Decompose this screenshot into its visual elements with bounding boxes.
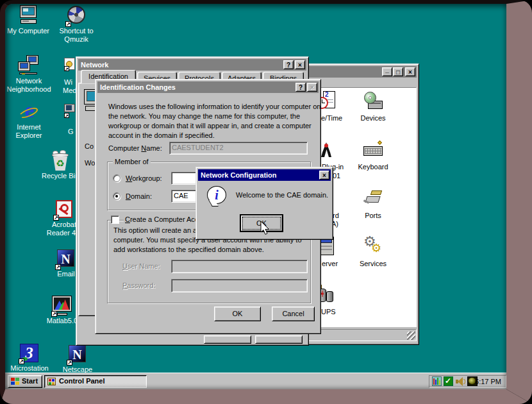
start-label: Start (22, 377, 38, 385)
services-label: Services (354, 260, 392, 267)
shortcut-arrow-icon: ↗ (19, 358, 24, 364)
icon-label: Neighborhood (6, 85, 51, 94)
devices-label: Devices (354, 114, 392, 122)
msgbox-title: Network Configuration (201, 171, 277, 179)
network-cancel-button-sliver[interactable] (255, 335, 303, 344)
domain-radio[interactable] (113, 192, 121, 200)
keyboard-label: Keyboard (354, 163, 392, 171)
recycle-bin-icon: ♻ (49, 150, 71, 172)
acrobat-reader-icon: ↗ (53, 199, 75, 221)
intro-text: account in the domain if specified. (108, 131, 215, 140)
clipped-icon-label: Med (63, 87, 76, 94)
minimize-button[interactable]: _ (382, 67, 392, 76)
volume-tray-icon[interactable] (455, 376, 465, 387)
ports-label: Ports (354, 212, 392, 219)
shortcut-arrow-icon: ↗ (55, 264, 61, 270)
system-monitor-tray-icon[interactable] (432, 376, 442, 387)
create-account-label: Create a Computer Acc (124, 215, 199, 224)
mouse-cursor (260, 221, 270, 235)
matlab-icon: ↗ (51, 295, 73, 317)
intro-text: workgroup or domain that it will appear … (108, 122, 312, 130)
icon-label: Network (6, 77, 51, 85)
desktop-icon-my-computer[interactable]: My Computer (6, 5, 51, 35)
network-titlebar: Network ? × (78, 59, 306, 71)
create-account-checkbox[interactable] (111, 215, 119, 224)
resize-grip[interactable] (407, 332, 415, 340)
icon-label: My Computer (6, 27, 51, 35)
pccard-label-fragment: rd (333, 212, 339, 219)
password-field (171, 279, 308, 292)
shortcut-arrow-icon: ↗ (51, 311, 57, 317)
user-name-label: User Name: (122, 262, 160, 271)
task-label: Control Panel (59, 377, 105, 385)
cancel-button[interactable]: Cancel (272, 307, 315, 321)
vshield-tray-icon[interactable]: ✓ (444, 376, 454, 387)
ports-icon[interactable] (363, 188, 383, 208)
computer-name-field: CAESTUDENT2 (169, 142, 308, 155)
network-title: Network (81, 61, 108, 69)
option-text: add workstations to the specified domain… (113, 246, 264, 254)
desktop-icon-internet-explorer[interactable]: e Internet Explorer (6, 101, 51, 140)
date-time-label-fragment: e/Time (321, 114, 342, 122)
desktop-icon-microstation[interactable]: 3 ↗ Microstation (7, 342, 52, 373)
desktop-icon-qmuzik[interactable]: ↗ Shortcut to Qmuzik (54, 5, 99, 44)
control-panel-task-icon (47, 378, 56, 385)
clipped-icon-label: G (68, 128, 74, 135)
server-label-fragment: erver (322, 260, 338, 267)
email-netscape-icon: N ↗ (55, 248, 77, 270)
clipped-icon-label: Wi (64, 78, 72, 86)
shortcut-arrow-icon: ↗ (67, 360, 72, 366)
clock: 6:17 PM (475, 378, 501, 385)
icon-label: Internet (6, 123, 51, 131)
close-button[interactable]: × (295, 60, 305, 69)
dialog-titlebar: Identification Changes ? × (97, 81, 319, 93)
crt-frame: My Computer ↗ Shortcut to Qmuzik Network… (0, 0, 532, 404)
control-panel-titlebar: _ □ × (301, 66, 417, 78)
maximize-button[interactable]: □ (393, 67, 403, 76)
member-of-label: Member of (113, 158, 151, 165)
close-button[interactable]: × (405, 67, 415, 76)
workgroup-label-fragment: Wo (85, 159, 95, 167)
network-neighborhood-icon (18, 55, 40, 77)
desktop-icon-netscape[interactable]: N ↗ Netscape (55, 344, 100, 374)
icon-label: Shortcut to (54, 27, 99, 35)
workgroup-radio[interactable] (113, 174, 121, 182)
shortcut-arrow-icon: ↗ (65, 21, 71, 27)
icon-label: Explorer (6, 131, 51, 140)
info-icon: i (207, 186, 228, 206)
workgroup-label: Workgroup: (126, 174, 162, 183)
ups-label: UPS (321, 308, 336, 316)
ok-button[interactable]: OK (214, 307, 261, 321)
icon-label: Microstation (7, 364, 52, 373)
desktop-icon-network-neighborhood[interactable]: Network Neighborhood (6, 55, 51, 94)
intro-text: the network. You may change the name for… (108, 112, 300, 121)
computer-name-label: Computer Name: (108, 144, 162, 153)
network-ok-button-sliver[interactable] (204, 335, 251, 344)
icon-label: Qmuzik (54, 35, 99, 44)
help-button[interactable]: ? (295, 83, 306, 92)
shortcut-arrow-icon: ↗ (53, 215, 59, 221)
close-button-disabled: × (307, 83, 317, 92)
start-button[interactable]: Start (8, 375, 42, 388)
intro-text: Windows uses the following information t… (108, 103, 320, 111)
qmuzik-icon: ↗ (65, 5, 87, 27)
keyboard-icon[interactable] (363, 139, 383, 160)
msgbox-message: Welcome to the CAE domain. (236, 191, 328, 199)
devices-icon[interactable] (363, 90, 383, 111)
internet-explorer-icon: e (18, 101, 40, 123)
dialog-title: Identification Changes (100, 83, 176, 91)
user-name-field (171, 260, 308, 273)
microstation-icon: 3 ↗ (19, 342, 40, 364)
domain-label: Domain: (126, 192, 152, 201)
windows-logo-icon (11, 378, 20, 386)
taskbar: Start Control Panel ✓ (5, 373, 506, 389)
computer-name-label-fragment: Co (85, 142, 94, 151)
password-label: Password: (122, 282, 155, 290)
system-tray: ✓ 6:17 PM (429, 375, 506, 388)
task-button-control-panel[interactable]: Control Panel (44, 375, 147, 388)
services-icon[interactable]: ⚙ ⚙ (363, 236, 383, 257)
plugin-label-fragment2: 01 (333, 172, 340, 180)
help-button[interactable]: ? (283, 60, 294, 69)
close-button[interactable]: × (319, 171, 329, 180)
my-computer-icon (17, 5, 39, 27)
